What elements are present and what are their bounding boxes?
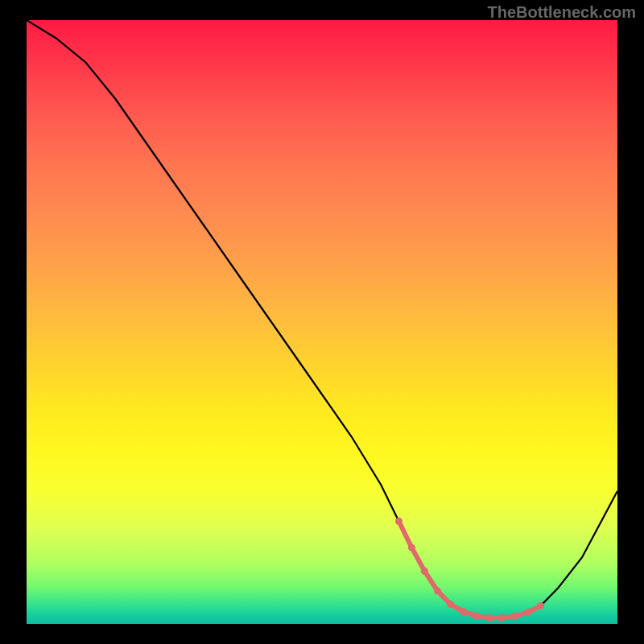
highlight-dot (447, 601, 454, 608)
watermark-text: TheBottleneck.com (488, 3, 636, 22)
highlight-dot (434, 588, 441, 595)
highlight-dot (421, 568, 428, 575)
curve-svg (27, 20, 617, 624)
highlight-stroke (398, 522, 540, 618)
highlight-dot (485, 614, 493, 621)
highlight-dot (395, 518, 402, 525)
highlight-dot (537, 602, 544, 609)
highlight-dot (473, 613, 480, 620)
plot-area (27, 20, 617, 624)
highlight-dot (511, 613, 518, 620)
highlight-dot (460, 608, 467, 615)
highlight-dot (524, 609, 531, 616)
highlight-dots (395, 518, 544, 621)
highlight-dot (408, 544, 415, 551)
bottleneck-curve (27, 20, 617, 618)
highlight-dot (498, 614, 506, 621)
